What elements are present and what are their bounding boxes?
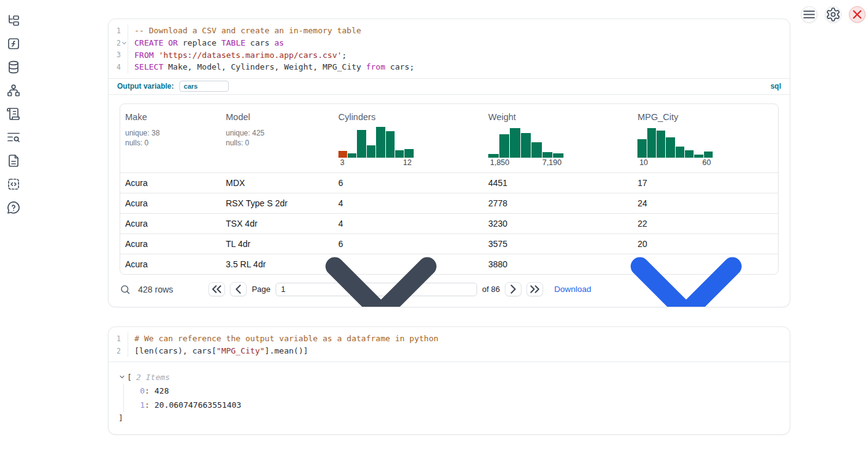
- row-count: 428 rows: [138, 285, 173, 294]
- line-number-gutter: 12: [108, 333, 128, 357]
- sidebar-item-chat[interactable]: [6, 201, 21, 214]
- page-label: Page: [252, 285, 270, 294]
- sidebar-item-logs[interactable]: [6, 107, 21, 121]
- column-header[interactable]: Cylinders312: [334, 112, 483, 167]
- histogram-bar: [531, 142, 542, 158]
- histogram-bar: [488, 154, 499, 158]
- gear-icon: [825, 7, 841, 22]
- histogram-axis-labels: 312: [338, 158, 414, 167]
- python-cell-output: [ 2 Items 0: 4281: 20.060747663551403 ]: [108, 362, 790, 434]
- histogram-bar: [348, 153, 356, 158]
- tree-entries: 0: 4281: 20.060747663551403: [123, 384, 779, 411]
- tree-entry-value: 428: [154, 386, 168, 395]
- table-cell: Acura: [120, 259, 221, 269]
- histogram-bar: [395, 150, 404, 158]
- next-page-button[interactable]: [505, 282, 522, 296]
- download-label: Download: [554, 285, 591, 294]
- column-header[interactable]: Modelunique: 425nulls: 0: [221, 112, 333, 167]
- chevrons-right-icon: [527, 281, 542, 297]
- sidebar-item-data-sources[interactable]: [6, 60, 21, 74]
- tree-entry-index: 0: [140, 386, 145, 395]
- column-header[interactable]: Makeunique: 38nulls: 0: [120, 112, 221, 167]
- database-icon: [6, 60, 21, 75]
- histogram-bar: [542, 152, 553, 158]
- code-line: FROM 'https://datasets.marimo.app/cars.c…: [134, 49, 790, 61]
- table-footer: 428 rows Page 1 of 86: [120, 280, 779, 299]
- sidebar-item-scratchpad[interactable]: [6, 131, 21, 144]
- chevron-left-icon: [231, 281, 246, 297]
- sidebar-item-variables[interactable]: [6, 37, 21, 51]
- python-code-editor[interactable]: 12 # We can reference the output variabl…: [108, 327, 790, 362]
- download-button[interactable]: Download: [554, 197, 779, 307]
- fold-chevron-icon[interactable]: [121, 39, 128, 47]
- menu-icon: [801, 7, 817, 22]
- shutdown-button[interactable]: [849, 6, 866, 23]
- code-line: -- Download a CSV and create an in-memor…: [134, 25, 790, 37]
- sidebar-item-dependencies[interactable]: [6, 84, 21, 97]
- prev-page-button[interactable]: [230, 282, 247, 296]
- table-cell: 4451: [483, 178, 633, 188]
- chevrons-left-icon: [209, 281, 224, 297]
- sidebar-item-documentation[interactable]: [6, 154, 21, 168]
- histogram-bar: [666, 137, 674, 158]
- sidebar-item-snippets[interactable]: [6, 177, 21, 191]
- column-title: Weight: [488, 112, 633, 122]
- tree-entry-value: 20.060747663551403: [154, 400, 241, 410]
- histogram-bar: [357, 130, 366, 158]
- histogram-bar: [647, 128, 656, 158]
- column-histogram: 312: [338, 126, 414, 167]
- tree-entry: 0: 428: [140, 384, 779, 398]
- histogram-bar: [404, 149, 413, 158]
- code-line: [len(cars), cars["MPG_City"].mean()]: [134, 345, 790, 357]
- text-search-icon: [6, 130, 21, 145]
- column-header[interactable]: MPG_City1060: [633, 112, 778, 167]
- histogram-axis-labels: 1060: [637, 158, 713, 167]
- first-page-button[interactable]: [208, 282, 225, 296]
- chevron-down-icon: [594, 197, 779, 307]
- file-tree-icon: [6, 13, 21, 28]
- line-number: 2: [108, 345, 128, 357]
- help-chat-icon: [6, 200, 21, 215]
- table-cell: 17: [633, 178, 778, 188]
- search-icon: [120, 284, 131, 295]
- chevron-down-icon: [289, 197, 473, 307]
- menu-button[interactable]: [801, 6, 817, 23]
- histogram-bar: [694, 155, 703, 158]
- tree-collapse-chevron-icon[interactable]: [118, 373, 126, 381]
- table-cell: Acura: [120, 239, 221, 249]
- line-number: 4: [108, 61, 128, 73]
- histogram-bar: [521, 133, 531, 158]
- close-icon: [850, 7, 865, 22]
- dependency-graph-icon: [6, 83, 21, 98]
- sql-code-editor[interactable]: 1234 -- Download a CSV and create an in-…: [108, 19, 790, 78]
- python-cell: 12 # We can reference the output variabl…: [108, 326, 790, 435]
- column-stats: unique: 38nulls: 0: [125, 128, 221, 148]
- output-variable-input[interactable]: [179, 81, 229, 92]
- tree-open-bracket: [: [127, 373, 132, 382]
- table-cell: MDX: [221, 178, 333, 188]
- line-number: 2: [108, 37, 128, 49]
- histogram-bar: [553, 153, 563, 158]
- search-button[interactable]: [120, 284, 131, 295]
- page-select[interactable]: 1: [276, 283, 477, 296]
- sql-meta-row: Output variable: sql: [108, 78, 790, 95]
- table-row: AcuraMDX6445117: [120, 172, 778, 193]
- histogram-bar: [685, 150, 694, 158]
- page-select-value: 1: [281, 285, 285, 294]
- tree-entry-index: 1: [140, 400, 145, 410]
- table-cell: Acura: [120, 178, 221, 188]
- line-number-gutter: 1234: [108, 25, 128, 73]
- last-page-button[interactable]: [526, 282, 543, 296]
- histogram-bar: [338, 151, 347, 158]
- scroll-icon: [6, 107, 21, 121]
- settings-button[interactable]: [825, 6, 841, 23]
- output-variable-label: Output variable:: [117, 82, 174, 91]
- column-header[interactable]: Weight1,8507,190: [483, 112, 633, 167]
- table-cell: 6: [334, 178, 483, 188]
- column-histogram: 1060: [637, 126, 713, 167]
- histogram-bar: [676, 147, 684, 158]
- code-line: CREATE OR replace TABLE cars as: [134, 37, 790, 49]
- code-line: SELECT Make, Model, Cylinders, Weight, M…: [134, 61, 790, 73]
- sidebar-item-file-explorer[interactable]: [6, 14, 21, 27]
- histogram-bar: [657, 131, 665, 158]
